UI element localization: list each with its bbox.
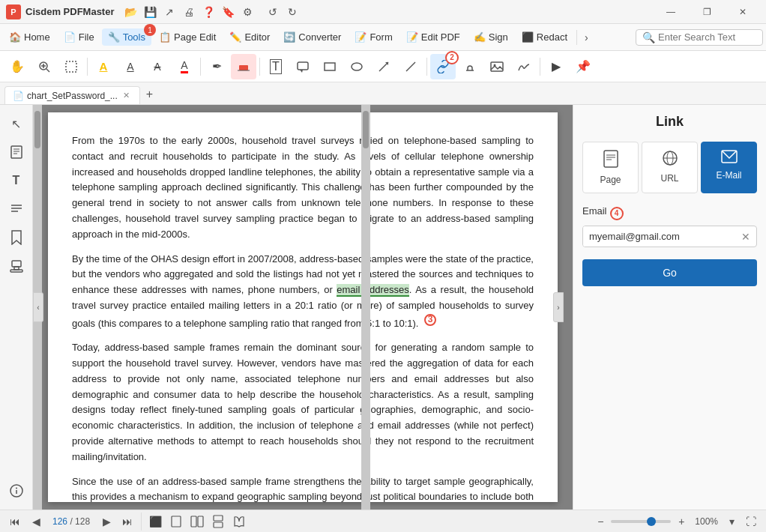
- collapse-right-btn[interactable]: ›: [553, 292, 564, 322]
- sidebar-info-btn[interactable]: [4, 478, 29, 504]
- pdf-para-3: Today, address-based sample frames remai…: [72, 340, 534, 465]
- title-save-btn[interactable]: 💾: [141, 3, 159, 21]
- tab-close-btn[interactable]: ✕: [121, 90, 132, 101]
- menu-tools[interactable]: 🔧 Tools 1: [102, 28, 151, 46]
- svg-rect-40: [214, 516, 223, 521]
- nav-next-btn[interactable]: ▶: [97, 513, 115, 531]
- text-color-btn[interactable]: A: [172, 54, 197, 79]
- sidebar-bookmark-btn[interactable]: [4, 225, 29, 250]
- single-page-btn[interactable]: [167, 513, 185, 531]
- highlighted-phrase: email addresses: [337, 284, 409, 297]
- svg-rect-9: [325, 63, 335, 70]
- nav-prev-btn[interactable]: ◀: [27, 513, 45, 531]
- text-strikethrough-btn[interactable]: A: [145, 54, 170, 79]
- link-btn[interactable]: 2: [430, 54, 456, 79]
- scroll-area: ‹ From the 1970s to the early 2000s, hou…: [33, 105, 766, 510]
- title-open-btn[interactable]: 📂: [121, 3, 139, 21]
- link-type-url-btn[interactable]: URL: [642, 142, 698, 193]
- ellipse-btn[interactable]: [344, 54, 370, 79]
- go-btn[interactable]: Go: [582, 259, 757, 286]
- redact-icon: ⬛: [522, 31, 534, 43]
- sidebar-stamp-btn[interactable]: [4, 253, 29, 279]
- zoom-dropdown-btn[interactable]: ▾: [723, 513, 741, 531]
- link-type-page-btn[interactable]: Page: [582, 142, 639, 193]
- sidebar-cursor-btn[interactable]: ↖: [4, 111, 29, 136]
- select-btn[interactable]: [58, 54, 84, 79]
- title-settings-btn[interactable]: ⚙: [238, 3, 256, 21]
- sidebar-bookmarks-btn[interactable]: [4, 196, 29, 222]
- page-current: 126: [52, 516, 67, 527]
- email-badge: 4: [610, 207, 624, 220]
- title-print-btn[interactable]: 🖨: [180, 3, 198, 21]
- menu-editor[interactable]: ✏️ Editor: [223, 28, 276, 46]
- zoom-in-btn[interactable]: [31, 54, 57, 79]
- fullscreen-btn[interactable]: ⛶: [742, 513, 760, 531]
- menu-bar: 🏠 Home 📄 File 🔧 Tools 1 📋 Page Edit ✏️ E…: [0, 24, 766, 51]
- email-clear-btn[interactable]: ✕: [735, 228, 756, 246]
- maximize-btn[interactable]: ❐: [690, 0, 724, 24]
- new-tab-btn[interactable]: +: [140, 85, 159, 104]
- more-tools-btn[interactable]: ▶: [543, 54, 569, 79]
- text-underline-btn[interactable]: A: [118, 54, 143, 79]
- title-help-btn[interactable]: ❓: [199, 3, 217, 21]
- svg-rect-39: [198, 516, 203, 527]
- menu-home[interactable]: 🏠 Home: [3, 28, 56, 46]
- email-input[interactable]: [583, 226, 735, 247]
- link-type-email-btn[interactable]: E-Mail: [701, 142, 757, 193]
- fit-page-btn[interactable]: ⬛: [146, 513, 164, 531]
- rectangle-btn[interactable]: [317, 54, 343, 79]
- pdf-content: From the 1970s to the early 2000s, house…: [33, 105, 573, 510]
- pin-btn[interactable]: 📌: [570, 54, 596, 79]
- hand-tool-btn[interactable]: ✋: [4, 54, 30, 79]
- tools-badge: 1: [144, 24, 156, 36]
- svg-rect-41: [214, 522, 223, 528]
- menu-redact[interactable]: ⬛ Redact: [516, 28, 573, 46]
- nav-last-btn[interactable]: ⏭: [118, 513, 136, 531]
- redo-btn[interactable]: ↻: [283, 3, 301, 21]
- close-btn[interactable]: ✕: [726, 0, 760, 24]
- menu-file[interactable]: 📄 File: [58, 28, 100, 46]
- sidebar-text-btn[interactable]: T: [4, 168, 29, 193]
- callout-btn[interactable]: [290, 54, 316, 79]
- menu-page-edit[interactable]: 📋 Page Edit: [153, 28, 222, 46]
- undo-btn[interactable]: ↺: [264, 3, 282, 21]
- eraser-btn[interactable]: [231, 54, 256, 79]
- toolbar-sep-2: [200, 58, 201, 76]
- image-btn[interactable]: [484, 54, 510, 79]
- nav-first-btn[interactable]: ⏮: [6, 513, 24, 531]
- zoom-slider[interactable]: [611, 520, 671, 523]
- zoom-minus-btn[interactable]: −: [591, 513, 609, 531]
- annotation-badge-3: 3: [424, 314, 436, 326]
- menu-form[interactable]: 📝 Form: [349, 28, 398, 46]
- left-sidebar: ↖ T: [0, 105, 33, 510]
- title-bookmark-btn[interactable]: 🔖: [219, 3, 237, 21]
- reading-mode-btn[interactable]: [230, 513, 248, 531]
- title-bar: P Cisdem PDFMaster 📂 💾 ↗ 🖨 ❓ 🔖 ⚙ ↺ ↻ — ❐…: [0, 0, 766, 24]
- arrow-btn[interactable]: [371, 54, 396, 79]
- text-box-btn[interactable]: T: [263, 54, 289, 79]
- signature-btn[interactable]: [511, 54, 537, 79]
- menu-converter[interactable]: 🔄 Converter: [277, 28, 347, 46]
- collapse-left-btn[interactable]: ‹: [33, 292, 43, 322]
- svg-rect-29: [604, 151, 618, 167]
- title-share-btn[interactable]: ↗: [160, 3, 178, 21]
- menu-sign[interactable]: ✍️ Sign: [468, 28, 514, 46]
- zoom-plus-btn[interactable]: +: [672, 513, 690, 531]
- document-tab[interactable]: 📄 chart_SetPassword_... ✕: [4, 86, 140, 104]
- toolbar-sep-5: [540, 58, 540, 76]
- svg-rect-7: [298, 62, 308, 70]
- menu-edit-pdf[interactable]: 📝 Edit PDF: [400, 28, 466, 46]
- minimize-btn[interactable]: —: [654, 0, 688, 24]
- search-input[interactable]: [658, 31, 756, 43]
- sidebar-pages-btn[interactable]: [4, 139, 29, 165]
- pen-btn[interactable]: ✒: [204, 54, 229, 79]
- edit-pdf-icon: 📝: [406, 31, 418, 43]
- two-page-btn[interactable]: [188, 513, 206, 531]
- more-menu-btn[interactable]: ›: [580, 28, 593, 46]
- stamp-btn[interactable]: [457, 54, 483, 79]
- page-info: 126 / 128: [52, 516, 90, 527]
- text-highlight-btn[interactable]: A: [91, 54, 116, 79]
- line-btn[interactable]: [398, 54, 423, 79]
- scroll-page-btn[interactable]: [209, 513, 227, 531]
- page-total: 128: [75, 516, 90, 527]
